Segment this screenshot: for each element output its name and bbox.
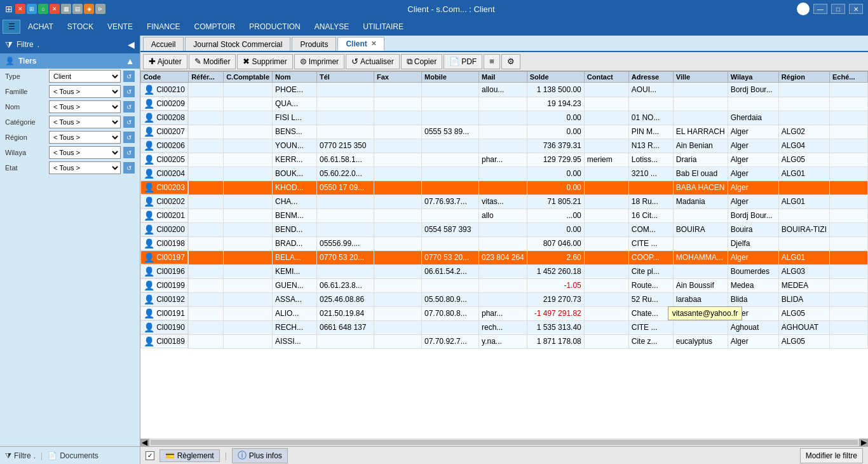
footer-filter-button[interactable]: ⧩ Filtre . — [5, 451, 36, 460]
filter-type-refresh-button[interactable]: ↺ — [123, 71, 135, 82]
filter-famille-refresh-button[interactable]: ↺ — [123, 86, 135, 97]
menu-comptoir[interactable]: COMPTOIR — [188, 20, 241, 34]
pdf-button[interactable]: 📄 PDF — [444, 54, 482, 69]
supprimer-button[interactable]: ✖ Supprimer — [237, 54, 292, 69]
scroll-right-button[interactable]: ▶ — [859, 439, 868, 446]
table-row[interactable]: 👤Cl00203KHOD...0550 17 09...0.00BABA HAC… — [140, 181, 867, 194]
maximize-button[interactable]: □ — [831, 4, 845, 14]
table-row[interactable]: 👤Cl00209QUA...19 194.23 — [140, 97, 867, 111]
cell-echea — [830, 278, 868, 292]
col-header-echea[interactable]: Eché... — [830, 72, 868, 83]
table-row[interactable]: 👤Cl00191ALIO...021.50.19.8407.70.80.8...… — [140, 306, 867, 320]
table-row[interactable]: 👤Cl00204BOUK...05.60.22.0...0.003210 ...… — [140, 167, 867, 181]
cell-adresse: PIN M... — [628, 125, 673, 139]
table-row[interactable]: 👤Cl00206YOUN...0770 215 350736 379.31N13… — [140, 139, 867, 153]
footer-documents-button[interactable]: 📄 Documents — [48, 451, 98, 460]
filter-etat-select[interactable]: < Tous > — [49, 161, 121, 174]
tab-produits[interactable]: Produits — [292, 37, 336, 51]
misc-icon[interactable]: ⊳ — [95, 4, 105, 14]
table-row[interactable]: 👤Cl00197BELA...0770 53 20...0770 53 20..… — [140, 250, 867, 264]
menu-utilitaire[interactable]: UTILITAIRE — [356, 20, 410, 34]
copier-button[interactable]: ⧉ Copier — [401, 54, 442, 69]
table-row[interactable]: 👤Cl00192ASSA...025.46.08.8605.50.80.9...… — [140, 292, 867, 306]
filter-region-select[interactable]: < Tous > — [49, 131, 121, 144]
table-row[interactable]: 👤Cl00207BENS...0555 53 89...0.00PIN M...… — [140, 125, 867, 139]
col-header-nom[interactable]: Nom — [273, 72, 317, 83]
app-menu-button[interactable]: ☰ — [3, 20, 20, 34]
col-header-region[interactable]: Région — [778, 72, 829, 83]
col-header-ref[interactable]: Référ... — [189, 72, 224, 83]
table-row[interactable]: 👤Cl00198BRAD...05556.99....807 046.00CIT… — [140, 236, 867, 250]
col-header-contact[interactable]: Contact — [584, 72, 628, 83]
menu-finance[interactable]: FINANCE — [140, 20, 187, 34]
home-icon[interactable]: ⌂ — [38, 4, 48, 14]
reglement-button[interactable]: 💳 Règlement — [159, 449, 220, 462]
col-header-code[interactable]: Code — [140, 72, 189, 83]
tab-client[interactable]: Client ✕ — [337, 37, 384, 51]
scroll-track[interactable] — [151, 440, 858, 445]
menu-production[interactable]: PRODUCTION — [243, 20, 307, 34]
col-header-mobile[interactable]: Mobile — [422, 72, 479, 83]
table-row[interactable]: 👤Cl00210PHOE...allou...1 138 500.00AOUI.… — [140, 83, 867, 97]
horizontal-scrollbar[interactable]: ◀ ▶ — [140, 439, 868, 446]
actualiser-button[interactable]: ↺ Actualiser — [346, 54, 400, 69]
table-container[interactable]: Code Référ... C.Comptable Nom Tél Fax Mo… — [140, 71, 868, 446]
x-icon[interactable]: ✕ — [50, 4, 60, 14]
filter-etat-refresh-button[interactable]: ↺ — [123, 162, 135, 174]
filter-categorie-select[interactable]: < Tous > — [49, 116, 121, 128]
columns-button[interactable]: ≡ — [484, 54, 500, 69]
app-icon-2[interactable]: ⊞ — [27, 4, 37, 14]
filter-categorie-refresh-button[interactable]: ↺ — [123, 116, 135, 128]
tab-journal[interactable]: Journal Stock Commercial — [185, 37, 290, 51]
tab-accueil[interactable]: Accueil — [143, 37, 184, 51]
menu-stock[interactable]: STOCK — [61, 20, 100, 34]
imprimer-button[interactable]: ⊜ Imprimer — [294, 54, 344, 69]
col-header-adresse[interactable]: Adresse — [628, 72, 673, 83]
tab-client-close-button[interactable]: ✕ — [371, 40, 376, 47]
table-row[interactable]: 👤Cl00196KEMI...06.61.54.2...1 452 260.18… — [140, 264, 867, 278]
filter-region-refresh-button[interactable]: ↺ — [123, 132, 135, 143]
filter-nom-select[interactable]: < Tous > — [49, 100, 121, 113]
table-row[interactable]: 👤Cl00208FISI L...0.0001 NO...Gherdaia — [140, 111, 867, 125]
minimize-button[interactable]: — — [813, 4, 827, 14]
col-header-ccompt[interactable]: C.Comptable — [224, 72, 273, 83]
cell-ref — [189, 181, 224, 194]
filter-wilaya-select[interactable]: < Tous > — [49, 146, 121, 159]
col-header-tel[interactable]: Tél — [317, 72, 374, 83]
menu-achat[interactable]: ACHAT — [22, 20, 60, 34]
col-header-fax[interactable]: Fax — [374, 72, 422, 83]
filter-wilaya-refresh-button[interactable]: ↺ — [123, 147, 135, 158]
ajouter-button[interactable]: ✚ Ajouter — [143, 54, 187, 69]
col-header-wilaya[interactable]: Wilaya — [728, 72, 778, 83]
select-all-checkbox[interactable] — [146, 451, 154, 460]
col-header-mail[interactable]: Mail — [479, 72, 527, 83]
table-row[interactable]: 👤Cl00200BEND...0554 587 3930.00COM...BOU… — [140, 222, 867, 236]
col-header-ville[interactable]: Ville — [673, 72, 728, 83]
filter-famille-select[interactable]: < Tous > — [49, 85, 121, 98]
modifier-button[interactable]: ✎ Modifier — [189, 54, 236, 69]
window-controls[interactable]: ✕ ⊞ ⌂ ✕ ▦ ▤ ◈ ⊳ — [15, 4, 105, 14]
filter-type-select[interactable]: Client — [49, 70, 121, 83]
table-icon[interactable]: ▤ — [72, 4, 83, 14]
filter-nom-refresh-button[interactable]: ↺ — [123, 101, 135, 113]
table-row[interactable]: 👤Cl00205KERR...06.61.58.1...phar...129 7… — [140, 153, 867, 167]
close-icon[interactable]: ✕ — [15, 4, 25, 14]
table-row[interactable]: 👤Cl00199GUEN...06.61.23.8...-1.05Route..… — [140, 278, 867, 292]
menu-vente[interactable]: VENTE — [101, 20, 139, 34]
table-row[interactable]: 👤Cl00202CHA...07.76.93.7...vitas...71 80… — [140, 194, 867, 208]
settings-button[interactable]: ⚙ — [501, 54, 520, 69]
modifier-filtre-button[interactable]: Modifier le filtre — [800, 448, 863, 463]
close-window-button[interactable]: ✕ — [849, 4, 863, 14]
plus-infos-button[interactable]: ⓘ Plus infos — [232, 448, 288, 463]
tiers-toggle-button[interactable]: ▲ — [126, 56, 135, 66]
chart-icon[interactable]: ◈ — [84, 4, 94, 14]
table-row[interactable]: 👤Cl00190RECH...0661 648 137rech...1 535 … — [140, 320, 867, 334]
code-value: Cl00204 — [156, 169, 185, 178]
grid-icon[interactable]: ▦ — [61, 4, 71, 14]
table-row[interactable]: 👤Cl00201BENM...allo...0016 Cit...Bordj B… — [140, 208, 867, 222]
table-row[interactable]: 👤Cl00189AISSI...07.70.92.7...y.na...1 87… — [140, 334, 867, 348]
menu-analyse[interactable]: ANALYSE — [308, 20, 355, 34]
col-header-solde[interactable]: Solde — [527, 72, 584, 83]
scroll-left-button[interactable]: ◀ — [140, 439, 149, 446]
filter-pin-button[interactable]: ◀ — [128, 39, 135, 50]
